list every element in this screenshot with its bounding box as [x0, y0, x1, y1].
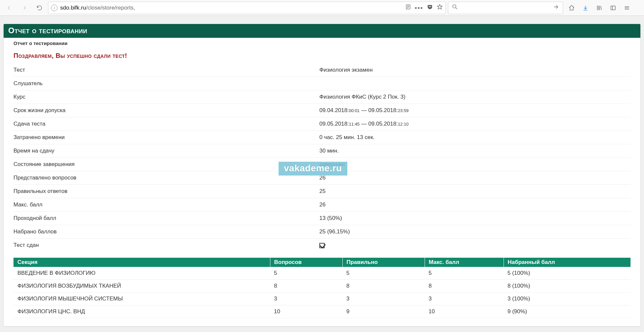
table-header-cell: Секция	[13, 258, 270, 267]
info-key: Слушатель	[13, 80, 319, 87]
table-cell: 5 (100%)	[504, 267, 631, 280]
table-row: ФИЗИОЛОГИЯ МЫШЕЧНОЙ СИСТЕМЫ3333 (100%)	[13, 293, 631, 305]
bookmark-star-icon[interactable]	[436, 4, 443, 12]
downloads-button[interactable]	[579, 1, 592, 14]
table-cell: 10	[425, 305, 504, 318]
info-key: Проходной балл	[13, 215, 319, 222]
info-list: ТестФизиология экзаменСлушательКурсФизио…	[4, 63, 640, 252]
congrats-message: Поздравляем, Вы успешно сдали тест!	[4, 47, 640, 63]
table-row: ФИЗИОЛОГИЯ ЦНС. ВНД109109 (90%)	[13, 305, 631, 318]
table-cell: 8	[425, 280, 504, 293]
watermark-overlay: vakademe.ru	[278, 161, 348, 176]
report-panel: Отчет о тестировании Отчет о тестировани…	[3, 24, 641, 326]
info-row: Время на сдачу30 мин.	[13, 144, 631, 158]
search-icon	[452, 4, 458, 12]
table-cell: 5	[270, 267, 342, 280]
info-row: Макс. балл26	[13, 198, 631, 212]
table-header-row: СекцияВопросовПравильноМакс. баллНабранн…	[13, 258, 631, 267]
svg-rect-2	[611, 6, 615, 10]
info-value: 26	[319, 202, 631, 208]
search-go-icon[interactable]	[553, 4, 559, 12]
info-row: Затрачено времени0 час. 25 мин. 13 сек.	[13, 131, 631, 144]
results-wrap: СекцияВопросовПравильноМакс. баллНабранн…	[4, 252, 640, 326]
reload-icon	[36, 5, 43, 11]
browser-search-bar[interactable]	[448, 2, 563, 14]
panel-header: Отчет о тестировании	[4, 24, 640, 38]
info-value: Физиология ФКиС (Курс 2 Пок. 3)	[319, 94, 631, 100]
info-value: 26	[319, 175, 631, 181]
info-key: Состояние завершения	[13, 161, 319, 168]
forward-button[interactable]	[18, 1, 31, 14]
table-cell: 3	[342, 293, 425, 305]
table-cell: 5	[425, 267, 504, 280]
info-row: Правильных ответов25	[13, 185, 631, 198]
info-key: Курс	[13, 94, 319, 100]
table-cell: 9	[342, 305, 425, 318]
table-cell: 5	[342, 267, 425, 280]
info-row: Сдача теста09.05.2018:11:45 — 09.05.2018…	[13, 117, 631, 131]
info-key: Тест	[13, 67, 319, 73]
arrow-left-icon	[6, 5, 12, 11]
pocket-icon[interactable]	[427, 4, 433, 12]
table-cell: ВВЕДЕНИЕ В ФИЗИОЛОГИЮ	[13, 267, 270, 280]
table-cell: ФИЗИОЛОГИЯ МЫШЕЧНОЙ СИСТЕМЫ	[13, 293, 270, 305]
table-cell: ФИЗИОЛОГИЯ ЦНС. ВНД	[13, 305, 270, 318]
info-row: Тест сдан	[13, 239, 631, 252]
info-row: Слушатель	[13, 77, 631, 90]
table-header-cell: Набранный балл	[504, 258, 631, 267]
table-header-cell: Правильно	[342, 258, 425, 267]
info-key: Набрано баллов	[13, 228, 319, 235]
menu-button[interactable]	[620, 1, 633, 14]
url-actions: •••	[405, 4, 443, 12]
info-key: Представлено вопросов	[13, 175, 319, 181]
home-button[interactable]	[565, 1, 578, 14]
info-value	[319, 242, 631, 249]
info-value: 25 (96,15%)	[319, 228, 631, 235]
back-button[interactable]	[3, 1, 16, 14]
table-cell: 3 (100%)	[504, 293, 631, 305]
svg-point-1	[453, 5, 456, 8]
reload-button[interactable]	[33, 1, 46, 14]
table-cell: 3	[270, 293, 342, 305]
results-table: СекцияВопросовПравильноМакс. баллНабранн…	[13, 258, 631, 318]
table-header-cell: Макс. балл	[425, 258, 504, 267]
checkbox-checked-icon	[319, 243, 325, 248]
site-info-icon[interactable]: i	[51, 5, 58, 11]
info-value: 13 (50%)	[319, 215, 631, 222]
table-cell: 8	[270, 280, 342, 293]
table-body: ВВЕДЕНИЕ В ФИЗИОЛОГИЮ5555 (100%)ФИЗИОЛОГ…	[13, 267, 631, 318]
arrow-right-icon	[21, 5, 28, 11]
url-bar[interactable]: i sdo.bifk.ru/close/store/reports, •••	[48, 2, 446, 14]
table-header-cell: Вопросов	[270, 258, 342, 267]
info-key: Затрачено времени	[13, 134, 319, 141]
page-actions-icon[interactable]: •••	[415, 4, 423, 12]
info-row: Срок жизни допуска09.04.2018:00:01 — 09.…	[13, 104, 631, 117]
info-row: КурсФизиология ФКиС (Курс 2 Пок. 3)	[13, 90, 631, 104]
table-cell: ФИЗИОЛОГИЯ ВОЗБУДИМЫХ ТКАНЕЙ	[13, 280, 270, 293]
info-key: Правильных ответов	[13, 188, 319, 195]
table-cell: 8 (100%)	[504, 280, 631, 293]
panel-subheader: Отчет о тестировании	[4, 38, 640, 47]
info-value: 0 час. 25 мин. 13 сек.	[319, 134, 631, 141]
info-value: 30 мин.	[319, 148, 631, 154]
info-value: 25	[319, 188, 631, 195]
toolbar-right	[565, 1, 633, 14]
page-wrap: Отчет о тестировании Отчет о тестировани…	[0, 16, 644, 330]
table-row: ФИЗИОЛОГИЯ ВОЗБУДИМЫХ ТКАНЕЙ8888 (100%)	[13, 280, 631, 293]
info-value: 09.05.2018:11:45 — 09.05.2018:12:10	[319, 121, 631, 127]
url-text: sdo.bifk.ru/close/store/reports,	[60, 5, 402, 11]
info-row: ТестФизиология экзамен	[13, 63, 631, 77]
browser-toolbar: i sdo.bifk.ru/close/store/reports, •••	[0, 0, 644, 16]
table-cell: 10	[270, 305, 342, 318]
info-value	[319, 80, 631, 87]
info-value: Физиология экзамен	[319, 67, 631, 73]
info-value: завершен	[319, 161, 631, 168]
info-key: Время на сдачу	[13, 148, 319, 154]
library-button[interactable]	[593, 1, 606, 14]
table-cell: 3	[425, 293, 504, 305]
reader-mode-icon[interactable]	[405, 4, 411, 12]
table-cell: 9 (90%)	[504, 305, 631, 318]
info-key: Срок жизни допуска	[13, 107, 319, 114]
info-key: Сдача теста	[13, 121, 319, 127]
sidebar-button[interactable]	[607, 1, 620, 14]
